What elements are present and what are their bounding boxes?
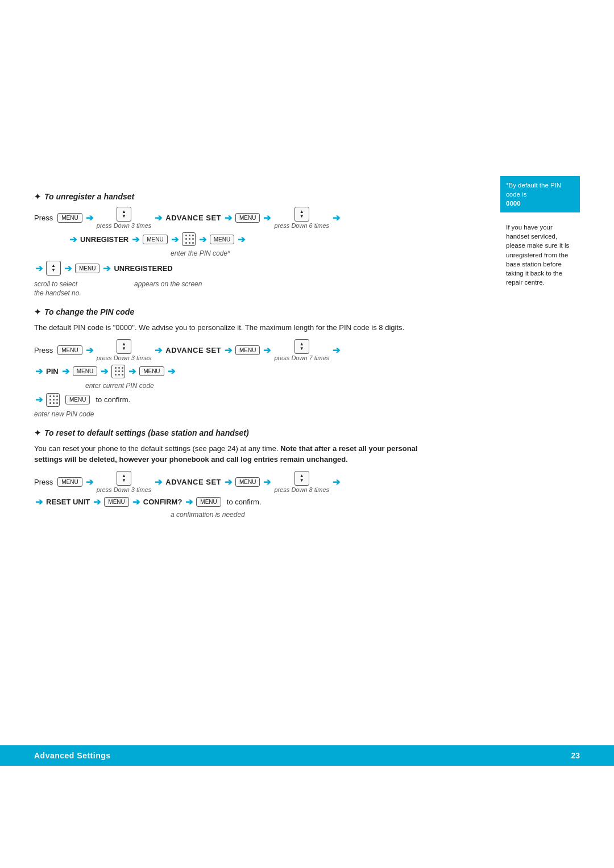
section2-diagram-row2: ➔ PIN ➔ MENU ➔ — [34, 365, 421, 378]
arrow-22: ➔ — [128, 366, 136, 377]
section1-diagram-row1: Press MENU ➔ ▲▼ press Down 3 times ➔ ADV… — [34, 207, 421, 229]
arrow-26: ➔ — [155, 477, 162, 487]
press-down-3-label-1: press Down 3 times — [97, 222, 152, 229]
appears-label: appears on the screen — [134, 280, 202, 288]
content-area: *By default the PIN code is 0000 If you … — [34, 182, 580, 525]
section1-diamond: ✦ — [34, 192, 41, 201]
arrow-9: ➔ — [199, 234, 206, 245]
arrow-30: ➔ — [35, 496, 43, 507]
press-down-3-label-3: press Down 3 times — [97, 486, 152, 493]
reset-unit-label: RESET UNIT — [46, 498, 90, 506]
to-confirm-label-2: to confirm. — [96, 395, 130, 404]
nav-key-group-2: ▲▼ press Down 6 times — [274, 207, 329, 229]
nav-key-group-3: ▲▼ — [46, 261, 61, 276]
key-menu-7: MENU — [235, 345, 260, 355]
arrow-6: ➔ — [69, 234, 77, 245]
key-nav-1: ▲▼ — [117, 207, 131, 222]
section1-heading: ✦ To unregister a handset — [34, 192, 421, 201]
section2-desc: The default PIN code is "0000". We advis… — [34, 322, 421, 333]
key-menu-13: MENU — [104, 497, 128, 507]
advance-set-2: ADVANCE SET — [165, 346, 221, 354]
scroll-select-label: scroll to select — [34, 280, 77, 288]
press-down-8-label: press Down 8 times — [274, 486, 329, 493]
enter-pin-label: enter the PIN code* — [171, 249, 421, 257]
section3: ✦ To reset to default settings (base sta… — [34, 428, 421, 519]
section1-diagram-row3: ➔ ▲▼ ➔ MENU ➔ UNREGISTERED — [34, 261, 421, 276]
footer-bar: Advanced Settings 23 — [0, 745, 614, 766]
section3-diagram-row2: ➔ RESET UNIT ➔ MENU ➔ CONFIRM? ➔ MENU to… — [34, 496, 421, 507]
section3-diagram-row1: Press MENU ➔ ▲▼ press Down 3 times ➔ ADV… — [34, 471, 421, 493]
key-menu-1: MENU — [57, 213, 82, 223]
footer-page: 23 — [571, 751, 580, 760]
confirm-label: CONFIRM? — [143, 498, 182, 506]
section2-row1: Press MENU ➔ ▲▼ press Down 3 times ➔ ADV… — [34, 339, 421, 361]
page: *By default the PIN code is 0000 If you … — [0, 0, 614, 868]
section1-diagram-row2: ➔ UNREGISTER ➔ MENU ➔ — [68, 232, 421, 246]
arrow-18: ➔ — [333, 345, 340, 356]
to-confirm-label-3: to confirm. — [227, 498, 262, 506]
a-confirmation-label: a confirmation is needed — [171, 511, 421, 519]
section3-row1: Press MENU ➔ ▲▼ press Down 3 times ➔ ADV… — [34, 471, 421, 493]
arrow-29: ➔ — [333, 477, 340, 487]
key-menu-4: MENU — [210, 235, 234, 244]
arrow-1: ➔ — [86, 212, 93, 223]
arrow-2: ➔ — [155, 212, 162, 223]
pin-label: PIN — [46, 367, 59, 375]
arrow-12: ➔ — [64, 263, 72, 274]
sidebar-note-service: If you have your handset serviced, pleas… — [500, 218, 580, 291]
sidebar-note-service-text: If you have your handset serviced, pleas… — [506, 224, 569, 286]
arrow-10: ➔ — [238, 234, 245, 245]
section2-title: To change the PIN code — [44, 307, 134, 316]
arrow-7: ➔ — [132, 234, 139, 245]
press-down-3-label-2: press Down 3 times — [97, 354, 152, 361]
advance-set-1: ADVANCE SET — [165, 214, 221, 222]
arrow-19: ➔ — [35, 366, 43, 377]
section2-row3: ➔ MENU to confi — [34, 393, 421, 418]
section3-heading: ✦ To reset to default settings (base sta… — [34, 428, 421, 437]
press-down-7-label: press Down 7 times — [274, 354, 329, 361]
nav-key-group-1: ▲▼ press Down 3 times — [97, 207, 152, 229]
section1: ✦ To unregister a handset Press MENU ➔ ▲… — [34, 192, 421, 297]
arrow-28: ➔ — [263, 477, 271, 487]
section2: ✦ To change the PIN code The default PIN… — [34, 307, 421, 418]
section2-diagram-row3: ➔ MENU to confi — [34, 393, 421, 407]
key-menu-6: MENU — [57, 345, 82, 355]
press-label-2: Press — [34, 346, 53, 354]
key-grid-2 — [111, 365, 125, 378]
arrow-27: ➔ — [225, 477, 232, 487]
advance-set-3: ADVANCE SET — [165, 478, 221, 486]
arrow-33: ➔ — [185, 496, 193, 507]
key-menu-14: MENU — [196, 497, 221, 507]
arrow-17: ➔ — [263, 345, 271, 356]
section2-diamond: ✦ — [34, 307, 41, 316]
key-nav-4: ▲▼ — [117, 339, 131, 354]
section3-diamond: ✦ — [34, 428, 41, 437]
key-menu-2: MENU — [235, 213, 260, 223]
press-label-3: Press — [34, 478, 53, 486]
sidebar-note-pin: *By default the PIN code is 0000 — [500, 176, 580, 212]
key-menu-12: MENU — [235, 477, 260, 487]
nav-key-group-7: ▲▼ press Down 8 times — [274, 471, 329, 493]
arrow-21: ➔ — [101, 366, 108, 377]
unregistered-label: UNREGISTERED — [114, 264, 172, 273]
nav-key-group-5: ▲▼ press Down 7 times — [274, 339, 329, 361]
section3-desc1: You can reset your phone to the default … — [34, 444, 279, 453]
key-grid-1 — [182, 232, 196, 246]
key-nav-7: ▲▼ — [294, 471, 309, 486]
key-menu-3: MENU — [143, 235, 167, 244]
section1-row3: ➔ ▲▼ ➔ MENU ➔ UNREGISTERED scroll to sel… — [34, 261, 421, 297]
section3-desc: You can reset your phone to the default … — [34, 443, 421, 465]
arrow-3: ➔ — [225, 212, 232, 223]
arrow-4: ➔ — [263, 212, 271, 223]
sidebar-note-pin-text: *By default the PIN code is — [506, 182, 561, 198]
press-label-1: Press — [34, 214, 53, 222]
main-content: ✦ To unregister a handset Press MENU ➔ ▲… — [34, 182, 421, 525]
nav-key-group-4: ▲▼ press Down 3 times — [97, 339, 152, 361]
sidebar: *By default the PIN code is 0000 If you … — [500, 176, 580, 291]
arrow-20: ➔ — [62, 366, 69, 377]
key-nav-3: ▲▼ — [46, 261, 61, 276]
enter-current-label: enter current PIN code — [85, 382, 421, 390]
arrow-31: ➔ — [93, 496, 101, 507]
key-nav-2: ▲▼ — [294, 207, 309, 222]
arrow-11: ➔ — [35, 263, 43, 274]
